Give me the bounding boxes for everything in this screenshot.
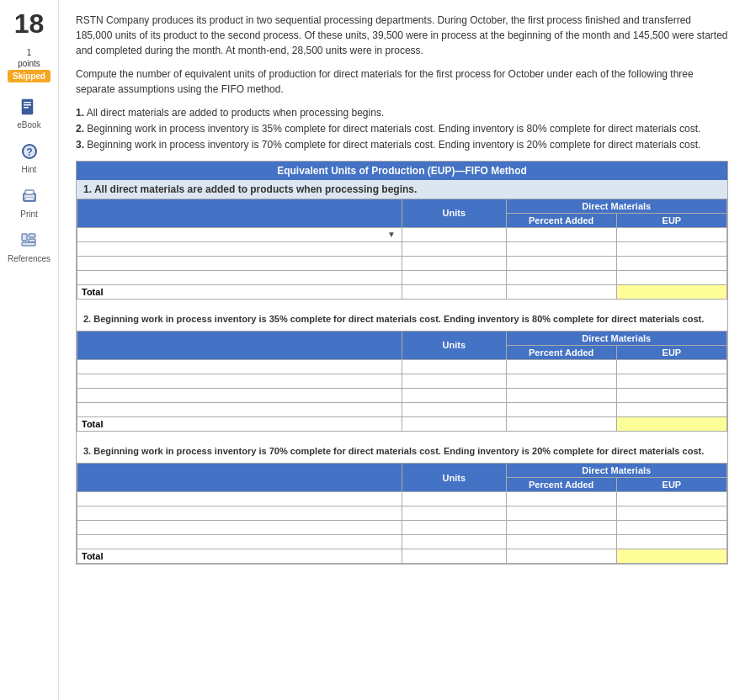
- eup-cell[interactable]: [616, 270, 726, 284]
- units-cell[interactable]: [402, 241, 507, 256]
- units-cell[interactable]: [402, 374, 507, 388]
- units-cell[interactable]: [402, 535, 507, 549]
- units-input[interactable]: [407, 494, 502, 504]
- total-eup-input[interactable]: [621, 287, 722, 297]
- total-eup-cell[interactable]: [616, 416, 726, 431]
- eup-input[interactable]: [621, 376, 722, 386]
- units-input[interactable]: [407, 508, 502, 518]
- pct-input[interactable]: [511, 362, 612, 372]
- eup-cell[interactable]: [616, 506, 726, 521]
- pct-cell[interactable]: [506, 521, 616, 535]
- pct-input[interactable]: [511, 522, 612, 533]
- eup-cell[interactable]: [616, 402, 726, 416]
- pct-input[interactable]: [511, 508, 612, 518]
- eup-cell[interactable]: [616, 227, 726, 241]
- eup-input[interactable]: [621, 258, 722, 268]
- desc-cell[interactable]: [77, 492, 402, 506]
- desc-input[interactable]: [82, 230, 386, 240]
- eup-cell[interactable]: [616, 388, 726, 402]
- pct-cell[interactable]: [506, 256, 616, 270]
- desc-input[interactable]: [82, 244, 397, 254]
- eup-input[interactable]: [621, 244, 722, 254]
- units-input[interactable]: [407, 376, 502, 386]
- desc-input[interactable]: [82, 362, 397, 372]
- desc-cell[interactable]: [77, 402, 402, 416]
- units-input[interactable]: [407, 362, 502, 372]
- units-input[interactable]: [407, 522, 502, 533]
- desc-input[interactable]: [82, 405, 397, 415]
- units-cell[interactable]: [402, 492, 507, 506]
- eup-cell[interactable]: [616, 374, 726, 388]
- eup-cell[interactable]: [616, 359, 726, 374]
- sidebar-item-print[interactable]: Print: [18, 184, 41, 219]
- pct-cell[interactable]: [506, 535, 616, 549]
- pct-cell[interactable]: [506, 374, 616, 388]
- units-input[interactable]: [407, 390, 502, 400]
- eup-input[interactable]: [621, 273, 722, 283]
- pct-input[interactable]: [511, 244, 612, 254]
- desc-cell[interactable]: [77, 535, 402, 549]
- pct-input[interactable]: [511, 273, 612, 283]
- total-units-input[interactable]: [407, 287, 502, 297]
- desc-cell[interactable]: [77, 521, 402, 535]
- total-units-input[interactable]: [407, 551, 502, 561]
- desc-cell[interactable]: [77, 506, 402, 521]
- desc-input[interactable]: [82, 258, 397, 268]
- eup-input[interactable]: [621, 522, 722, 533]
- pct-cell[interactable]: [506, 359, 616, 374]
- eup-cell[interactable]: [616, 521, 726, 535]
- pct-cell[interactable]: [506, 492, 616, 506]
- units-cell[interactable]: [402, 359, 507, 374]
- sidebar-item-ebook[interactable]: eBook: [17, 95, 40, 130]
- sidebar-item-references[interactable]: References: [8, 229, 51, 263]
- units-input[interactable]: [407, 537, 502, 547]
- eup-cell[interactable]: [616, 241, 726, 256]
- eup-input[interactable]: [621, 508, 722, 518]
- units-cell[interactable]: [402, 506, 507, 521]
- eup-input[interactable]: [621, 390, 722, 400]
- total-units-cell[interactable]: [402, 284, 507, 299]
- desc-cell[interactable]: [77, 388, 402, 402]
- desc-input[interactable]: [82, 508, 397, 518]
- desc-cell[interactable]: [77, 241, 402, 256]
- desc-input[interactable]: [82, 494, 397, 504]
- desc-cell[interactable]: [77, 270, 402, 284]
- pct-input[interactable]: [511, 258, 612, 268]
- pct-input[interactable]: [511, 390, 612, 400]
- units-cell[interactable]: [402, 402, 507, 416]
- total-eup-cell[interactable]: [616, 549, 726, 564]
- pct-cell[interactable]: [506, 388, 616, 402]
- desc-input[interactable]: [82, 273, 397, 283]
- desc-cell[interactable]: [77, 374, 402, 388]
- units-input[interactable]: [407, 273, 502, 283]
- pct-cell[interactable]: [506, 506, 616, 521]
- eup-input[interactable]: [621, 362, 722, 372]
- total-units-cell[interactable]: [402, 416, 507, 431]
- eup-input[interactable]: [621, 537, 722, 547]
- units-cell[interactable]: [402, 521, 507, 535]
- dropdown-arrow-icon[interactable]: ▼: [386, 230, 397, 239]
- pct-cell[interactable]: [506, 241, 616, 256]
- pct-cell[interactable]: [506, 402, 616, 416]
- desc-cell[interactable]: ▼: [77, 227, 402, 241]
- units-input[interactable]: [407, 405, 502, 415]
- eup-input[interactable]: [621, 405, 722, 415]
- desc-input[interactable]: [82, 390, 397, 400]
- desc-input[interactable]: [82, 537, 397, 547]
- eup-input[interactable]: [621, 230, 722, 240]
- units-input[interactable]: [407, 258, 502, 268]
- desc-cell[interactable]: [77, 256, 402, 270]
- total-eup-cell[interactable]: [616, 284, 726, 299]
- units-cell[interactable]: [402, 256, 507, 270]
- pct-input[interactable]: [511, 494, 612, 504]
- units-input[interactable]: [407, 230, 502, 240]
- total-units-input[interactable]: [407, 419, 502, 429]
- units-cell[interactable]: [402, 388, 507, 402]
- total-eup-input[interactable]: [621, 419, 722, 429]
- pct-input[interactable]: [511, 376, 612, 386]
- pct-input[interactable]: [511, 405, 612, 415]
- total-eup-input[interactable]: [621, 551, 722, 561]
- total-units-cell[interactable]: [402, 549, 507, 564]
- eup-cell[interactable]: [616, 492, 726, 506]
- pct-cell[interactable]: [506, 227, 616, 241]
